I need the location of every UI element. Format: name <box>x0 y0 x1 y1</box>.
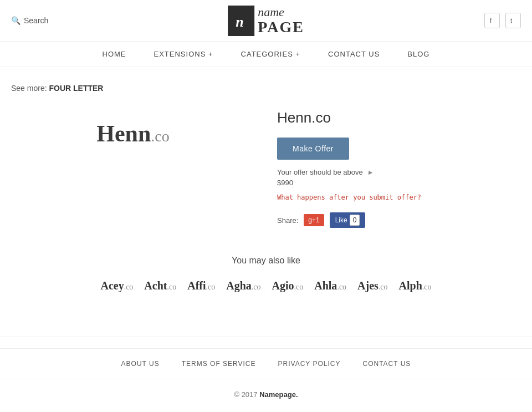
nav-item-contact[interactable]: CONTACT US <box>328 50 380 58</box>
main-nav: HOME EXTENSIONS + CATEGORIES + CONTACT U… <box>0 42 532 67</box>
similar-domain-ext: .co <box>206 283 216 291</box>
offer-hint-arrow: ► <box>367 169 374 176</box>
facebook-icon[interactable]: f <box>484 13 500 28</box>
footer-brand-link[interactable]: Namepage. <box>259 390 298 399</box>
similar-domains-list: Acey.coAcht.coAffi.coAgha.coAgio.coAhla.… <box>11 279 521 292</box>
main-divider <box>0 337 532 337</box>
domain-logo-display: Henn.co <box>96 120 169 147</box>
breadcrumb-link[interactable]: FOUR LETTER <box>49 84 103 93</box>
similar-domain-item[interactable]: Agha.co <box>226 279 260 292</box>
domain-info: Henn.co Make Offer Your offer should be … <box>277 104 521 228</box>
fb-like-count: 0 <box>350 215 360 226</box>
similar-domain-item[interactable]: Alph.co <box>399 279 432 292</box>
search-label[interactable]: Search <box>24 16 48 25</box>
share-label: Share: <box>277 216 298 225</box>
breadcrumb-prefix: See more: <box>11 84 47 93</box>
breadcrumb: See more: FOUR LETTER <box>11 84 521 93</box>
logo-page: PAGE <box>258 19 304 36</box>
offer-hint-text: Your offer should be above <box>277 168 363 176</box>
also-like-title: You may also like <box>11 256 521 266</box>
nav-item-home[interactable]: HOME <box>103 50 126 58</box>
similar-domain-item[interactable]: Affi.co <box>187 279 215 292</box>
nav-item-blog[interactable]: BLOG <box>407 50 429 58</box>
share-row: Share: g+1 Like 0 <box>277 212 521 228</box>
what-happens-link[interactable]: What happens after you submit offer? <box>277 194 521 201</box>
search-area[interactable]: 🔍 Search <box>11 16 48 25</box>
similar-domain-ext: .co <box>378 283 388 291</box>
search-icon: 🔍 <box>11 16 21 25</box>
svg-text:n: n <box>236 14 243 30</box>
copyright-text: © 2017 <box>234 390 257 399</box>
similar-domain-ext: .co <box>337 283 346 291</box>
fb-like-label: Like <box>335 216 347 224</box>
facebook-like-button[interactable]: Like 0 <box>330 212 366 228</box>
logo-text: name PAGE <box>258 6 304 36</box>
offer-hint: Your offer should be above ► <box>277 168 521 176</box>
similar-domain-item[interactable]: Agio.co <box>272 279 304 292</box>
similar-domain-ext: .co <box>252 283 261 291</box>
footer: ABOUT US TERMS OF SERVICE PRIVACY POLICY… <box>0 348 532 410</box>
domain-logo-area: Henn.co <box>11 104 255 228</box>
svg-text:t: t <box>510 17 512 24</box>
similar-domain-item[interactable]: Ahla.co <box>314 279 346 292</box>
make-offer-button[interactable]: Make Offer <box>277 138 349 160</box>
similar-domain-ext: .co <box>124 283 134 291</box>
domain-logo-ext: .co <box>151 128 169 145</box>
similar-domain-item[interactable]: Acht.co <box>144 279 176 292</box>
google-plus-label: g+1 <box>308 216 319 224</box>
similar-domain-ext: .co <box>167 283 176 291</box>
similar-domain-ext: .co <box>422 283 432 291</box>
nav-item-categories[interactable]: CATEGORIES + <box>241 50 300 58</box>
logo-name: name <box>258 6 304 19</box>
twitter-icon[interactable]: t <box>505 13 521 28</box>
footer-link-privacy[interactable]: PRIVACY POLICY <box>278 360 341 368</box>
similar-domain-item[interactable]: Ajes.co <box>357 279 387 292</box>
svg-text:f: f <box>490 17 492 24</box>
footer-links: ABOUT US TERMS OF SERVICE PRIVACY POLICY… <box>0 348 532 379</box>
footer-link-contact[interactable]: CONTACT US <box>362 360 411 368</box>
footer-copyright: © 2017 Namepage. <box>0 379 532 410</box>
footer-link-terms[interactable]: TERMS OF SERVICE <box>182 360 256 368</box>
social-icons: f t <box>484 13 521 28</box>
similar-domain-ext: .co <box>294 283 304 291</box>
logo-area: n name PAGE <box>228 6 304 36</box>
logo[interactable]: n name PAGE <box>228 6 304 36</box>
offer-price: $990 <box>277 179 521 187</box>
also-like-section: You may also like Acey.coAcht.coAffi.coA… <box>11 256 521 292</box>
main-content: See more: FOUR LETTER Henn.co Henn.co Ma… <box>0 67 532 325</box>
google-plus-button[interactable]: g+1 <box>304 214 324 226</box>
logo-icon: n <box>228 6 254 36</box>
header: 🔍 Search n name PAGE f t <box>0 0 532 42</box>
nav-item-extensions[interactable]: EXTENSIONS + <box>154 50 213 58</box>
content-area: Henn.co Henn.co Make Offer Your offer sh… <box>11 104 521 228</box>
footer-link-about[interactable]: ABOUT US <box>121 360 160 368</box>
domain-title: Henn.co <box>277 109 521 126</box>
similar-domain-item[interactable]: Acey.co <box>100 279 133 292</box>
domain-logo-name: Henn <box>96 121 151 146</box>
